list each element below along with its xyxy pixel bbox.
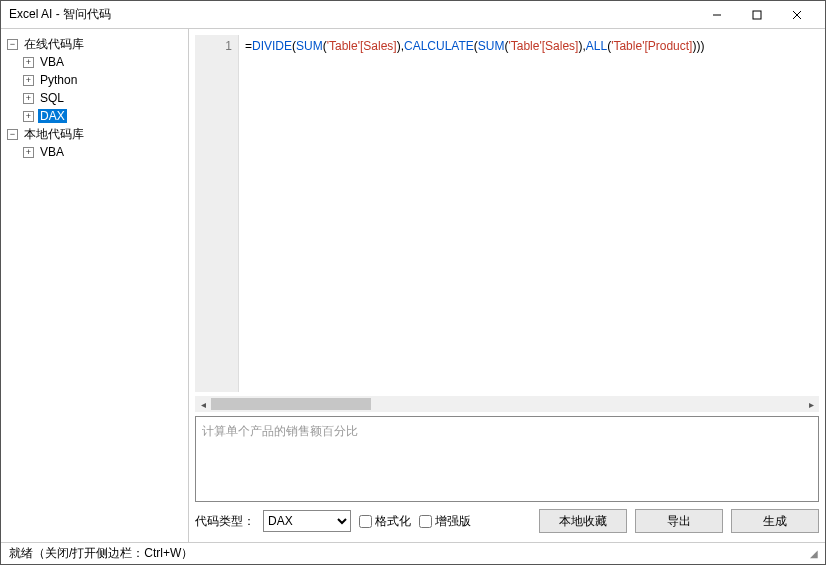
tree-label[interactable]: Python (38, 73, 79, 87)
tree-label[interactable]: VBA (38, 55, 66, 69)
tree-online-sql[interactable]: +SQL (5, 89, 184, 107)
tree-local-vba[interactable]: +VBA (5, 143, 184, 161)
maximize-button[interactable] (737, 1, 777, 28)
tree-expander-icon[interactable]: − (7, 39, 18, 50)
controls-row: 代码类型： DAX 格式化 增强版 本地收藏 导出 生成 (195, 506, 819, 536)
generate-button[interactable]: 生成 (731, 509, 819, 533)
close-button[interactable] (777, 1, 817, 28)
tree-label[interactable]: DAX (38, 109, 67, 123)
window-buttons (697, 1, 817, 28)
code-token: = (245, 39, 252, 53)
line-number: 1 (201, 39, 232, 53)
main-panel: 1 =DIVIDE(SUM('Table'[Sales]),CALCULATE(… (189, 29, 825, 542)
tree-online-python[interactable]: +Python (5, 71, 184, 89)
tree-label[interactable]: 本地代码库 (22, 126, 86, 143)
prompt-placeholder: 计算单个产品的销售额百分比 (202, 424, 358, 438)
tree-expander-icon[interactable]: + (23, 111, 34, 122)
format-checkbox-wrap[interactable]: 格式化 (359, 513, 411, 530)
status-bar: 就绪（关闭/打开侧边栏：Ctrl+W） ◢ (1, 542, 825, 564)
tree-label[interactable]: SQL (38, 91, 66, 105)
code-area[interactable]: =DIVIDE(SUM('Table'[Sales]),CALCULATE(SU… (239, 35, 819, 392)
code-token: 'Table'[Product] (611, 39, 692, 53)
tree-expander-icon[interactable]: + (23, 75, 34, 86)
window-body: −在线代码库+VBA+Python+SQL+DAX−本地代码库+VBA 1 =D… (1, 29, 825, 542)
code-type-select[interactable]: DAX (263, 510, 351, 532)
sidebar-tree[interactable]: −在线代码库+VBA+Python+SQL+DAX−本地代码库+VBA (1, 29, 189, 542)
prompt-input[interactable]: 计算单个产品的销售额百分比 (195, 416, 819, 502)
code-token: ))) (692, 39, 704, 53)
horizontal-scrollbar[interactable]: ◂ ▸ (195, 396, 819, 412)
code-token: ALL (586, 39, 607, 53)
code-token: SUM (296, 39, 323, 53)
code-token: CALCULATE (404, 39, 474, 53)
tree-local-root[interactable]: −本地代码库 (5, 125, 184, 143)
tree-expander-icon[interactable]: + (23, 57, 34, 68)
line-gutter: 1 (195, 35, 239, 392)
window-title: Excel AI - 智问代码 (9, 6, 697, 23)
enhanced-label: 增强版 (435, 513, 471, 530)
tree-online-root[interactable]: −在线代码库 (5, 35, 184, 53)
code-token: 'Table'[Sales] (327, 39, 397, 53)
tree-label[interactable]: VBA (38, 145, 66, 159)
tree-online-vba[interactable]: +VBA (5, 53, 184, 71)
code-token: DIVIDE (252, 39, 292, 53)
minimize-button[interactable] (697, 1, 737, 28)
code-editor[interactable]: 1 =DIVIDE(SUM('Table'[Sales]),CALCULATE(… (195, 35, 819, 392)
format-label: 格式化 (375, 513, 411, 530)
status-text: 就绪（关闭/打开侧边栏：Ctrl+W） (9, 545, 193, 562)
code-token: ), (578, 39, 585, 53)
tree-label[interactable]: 在线代码库 (22, 36, 86, 53)
scroll-track[interactable] (211, 396, 803, 412)
scroll-left-icon[interactable]: ◂ (195, 396, 211, 412)
tree-expander-icon[interactable]: + (23, 147, 34, 158)
code-token: ), (397, 39, 404, 53)
scroll-right-icon[interactable]: ▸ (803, 396, 819, 412)
scroll-thumb[interactable] (211, 398, 371, 410)
tree-expander-icon[interactable]: − (7, 129, 18, 140)
tree-online-dax[interactable]: +DAX (5, 107, 184, 125)
tree-expander-icon[interactable]: + (23, 93, 34, 104)
resize-grip-icon[interactable]: ◢ (810, 548, 817, 559)
svg-rect-1 (753, 11, 761, 19)
titlebar[interactable]: Excel AI - 智问代码 (1, 1, 825, 29)
enhanced-checkbox-wrap[interactable]: 增强版 (419, 513, 471, 530)
app-window: Excel AI - 智问代码 −在线代码库+VBA+Python+SQL+DA… (0, 0, 826, 565)
favorite-button[interactable]: 本地收藏 (539, 509, 627, 533)
code-token: 'Table'[Sales] (508, 39, 578, 53)
format-checkbox[interactable] (359, 515, 372, 528)
export-button[interactable]: 导出 (635, 509, 723, 533)
code-type-label: 代码类型： (195, 513, 255, 530)
code-token: SUM (478, 39, 505, 53)
enhanced-checkbox[interactable] (419, 515, 432, 528)
